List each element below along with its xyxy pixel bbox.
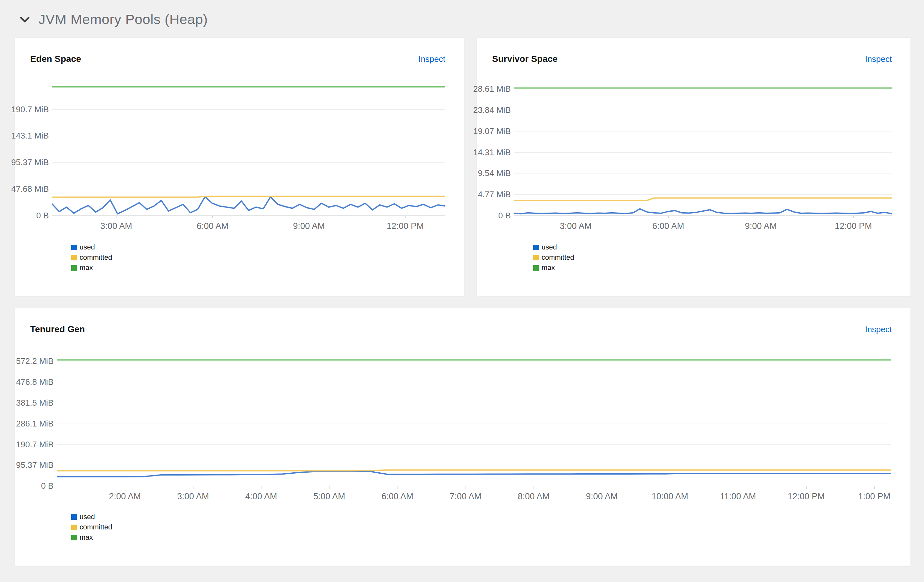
- series-line-committed: [52, 196, 446, 197]
- x-axis-label: 12:00 PM: [835, 221, 872, 231]
- used-swatch-icon: [533, 245, 539, 250]
- legend-item-max[interactable]: max: [533, 264, 574, 271]
- legend-label: committed: [79, 254, 112, 261]
- x-axis-tick: [670, 486, 670, 489]
- x-axis-label: 9:00 AM: [293, 221, 325, 231]
- x-axis: 3:00 AM6:00 AM9:00 AM12:00 PM: [52, 221, 446, 234]
- x-axis-label: 6:00 AM: [381, 492, 413, 501]
- x-axis-tick: [806, 486, 807, 489]
- x-axis-tick: [329, 486, 330, 489]
- y-axis-label: 190.7 MiB: [11, 104, 49, 114]
- x-axis-label: 12:00 PM: [387, 221, 424, 231]
- legend-item-used[interactable]: used: [71, 244, 112, 251]
- x-axis: 3:00 AM6:00 AM9:00 AM12:00 PM: [514, 221, 892, 234]
- legend-item-used[interactable]: used: [533, 244, 574, 251]
- x-axis-tick: [874, 486, 874, 489]
- x-axis-label: 3:00 AM: [560, 221, 592, 231]
- legend-item-committed[interactable]: committed: [71, 254, 112, 261]
- y-axis-label: 572.2 MiB: [16, 356, 54, 366]
- legend-item-max[interactable]: max: [71, 534, 112, 541]
- line-chart: 0 B47.68 MiB95.37 MiB143.1 MiB190.7 MiB …: [15, 38, 464, 296]
- y-axis: 0 B47.68 MiB95.37 MiB143.1 MiB190.7 MiB: [15, 83, 49, 215]
- series-line-used: [57, 471, 891, 477]
- x-axis-tick: [116, 216, 117, 219]
- x-axis-label: 11:00 AM: [720, 492, 756, 501]
- y-axis-label: 476.8 MiB: [16, 377, 54, 387]
- plot-area: [52, 83, 446, 216]
- chart-card-tenured-gen: Tenured Gen Inspect 0 B95.37 MiB190.7 Mi…: [15, 308, 911, 566]
- y-axis-label: 28.61 MiB: [473, 84, 511, 94]
- used-swatch-icon: [71, 515, 77, 520]
- x-axis-tick: [309, 216, 309, 219]
- x-axis-label: 6:00 AM: [652, 221, 684, 231]
- max-swatch-icon: [533, 265, 539, 271]
- section-header: JVM Memory Pools (Heap): [18, 12, 208, 27]
- x-axis-tick: [853, 216, 854, 219]
- legend-item-committed[interactable]: committed: [71, 524, 112, 531]
- legend-item-used[interactable]: used: [71, 513, 112, 520]
- y-axis-label: 19.07 MiB: [473, 126, 511, 136]
- x-axis-tick: [761, 216, 761, 219]
- used-swatch-icon: [71, 245, 77, 250]
- y-axis-label: 0 B: [498, 210, 511, 220]
- x-axis-tick: [125, 486, 125, 489]
- legend-label: used: [79, 244, 95, 251]
- y-axis-label: 0 B: [41, 481, 54, 491]
- y-axis-label: 14.31 MiB: [473, 147, 511, 157]
- y-axis-label: 95.37 MiB: [11, 158, 49, 168]
- max-swatch-icon: [71, 265, 77, 271]
- x-axis-label: 5:00 AM: [314, 492, 345, 501]
- chart-card-survivor-space: Survivor Space Inspect 0 B4.77 MiB9.54 M…: [477, 38, 911, 296]
- series-line-used: [52, 197, 446, 214]
- y-axis-label: 9.54 MiB: [478, 168, 511, 178]
- series-line-committed: [514, 198, 892, 201]
- x-axis-tick: [398, 486, 398, 489]
- x-axis-tick: [465, 486, 466, 489]
- y-axis-label: 95.37 MiB: [16, 460, 54, 470]
- x-axis: 2:00 AM3:00 AM4:00 AM5:00 AM6:00 AM7:00 …: [57, 492, 891, 505]
- committed-swatch-icon: [71, 255, 77, 260]
- committed-swatch-icon: [533, 255, 539, 260]
- x-axis-label: 3:00 AM: [177, 492, 209, 501]
- x-axis-label: 9:00 AM: [745, 221, 777, 231]
- chart-legend: usedcommittedmax: [71, 244, 112, 271]
- x-axis-tick: [576, 216, 576, 219]
- series-line-committed: [57, 470, 891, 471]
- chart-card-eden-space: Eden Space Inspect 0 B47.68 MiB95.37 MiB…: [15, 38, 464, 296]
- chevron-down-icon: [20, 16, 30, 23]
- x-axis-label: 2:00 AM: [109, 492, 141, 501]
- x-axis-tick: [533, 486, 534, 489]
- chart-series-canvas: [57, 356, 891, 486]
- legend-label: committed: [79, 524, 112, 531]
- x-axis-label: 12:00 PM: [788, 492, 825, 501]
- y-axis: 0 B95.37 MiB190.7 MiB286.1 MiB381.5 MiB4…: [15, 356, 54, 486]
- y-axis: 0 B4.77 MiB9.54 MiB14.31 MiB19.07 MiB23.…: [477, 83, 511, 215]
- x-axis-label: 8:00 AM: [518, 492, 549, 501]
- chart-legend: usedcommittedmax: [71, 513, 112, 541]
- y-axis-label: 23.84 MiB: [473, 105, 511, 115]
- legend-label: committed: [541, 254, 574, 261]
- x-axis-label: 6:00 AM: [197, 221, 228, 231]
- line-chart: 0 B4.77 MiB9.54 MiB14.31 MiB19.07 MiB23.…: [477, 38, 911, 296]
- x-axis-tick: [193, 486, 193, 489]
- chart-series-canvas: [514, 83, 892, 215]
- legend-item-max[interactable]: max: [71, 264, 112, 271]
- legend-label: max: [79, 534, 93, 541]
- legend-label: used: [541, 244, 557, 251]
- committed-swatch-icon: [71, 524, 77, 530]
- x-axis-label: 1:00 PM: [858, 492, 891, 501]
- line-chart: 0 B95.37 MiB190.7 MiB286.1 MiB381.5 MiB4…: [15, 308, 911, 566]
- legend-item-committed[interactable]: committed: [533, 254, 574, 261]
- x-axis-tick: [405, 216, 406, 219]
- y-axis-label: 190.7 MiB: [16, 439, 54, 449]
- y-axis-label: 0 B: [36, 210, 49, 220]
- chart-series-canvas: [52, 83, 446, 215]
- y-axis-label: 381.5 MiB: [16, 398, 54, 408]
- x-axis-label: 10:00 AM: [652, 492, 688, 501]
- legend-label: max: [541, 264, 555, 271]
- max-swatch-icon: [71, 535, 77, 540]
- legend-label: used: [79, 513, 95, 520]
- y-axis-label: 47.68 MiB: [11, 184, 49, 194]
- section-collapse-toggle[interactable]: [18, 15, 31, 25]
- legend-label: max: [79, 264, 93, 271]
